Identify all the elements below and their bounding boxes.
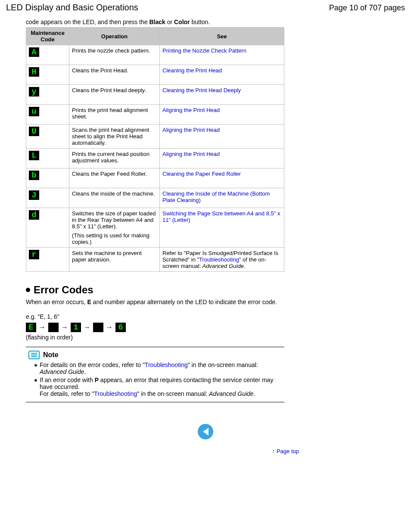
table-row: rSets the machine to prevent paper abras… <box>26 248 284 272</box>
see-cell: Cleaning the Paper Feed Roller <box>160 168 284 188</box>
note-header: Note <box>26 349 284 359</box>
code-cell: r <box>26 248 69 272</box>
led-glyph: E <box>26 323 36 332</box>
page-title: LED Display and Basic Operations <box>6 3 138 12</box>
operation-cell: Cleans the inside of the machine. <box>69 188 160 208</box>
led-glyph: A <box>29 47 39 57</box>
troubleshooting-link[interactable]: Troubleshooting <box>199 256 239 263</box>
table-row: UScans the print head alignment sheet to… <box>26 124 284 149</box>
error-sequence: E → → 1 → → 6 <box>26 323 385 332</box>
note-item: For details on the error codes, refer to… <box>34 361 284 375</box>
led-glyph: u <box>29 107 39 116</box>
arrow-icon: → <box>61 324 68 331</box>
see-link[interactable]: Aligning the Print Head <box>162 151 220 157</box>
error-codes-section: Error Codes When an error occurs, E and … <box>26 284 385 402</box>
led-blank-icon <box>93 323 103 332</box>
code-cell: u <box>26 105 69 124</box>
section-heading: Error Codes <box>26 284 385 296</box>
note-list: For details on the error codes, refer to… <box>26 359 284 397</box>
operation-cell: Prints the nozzle check pattern. <box>69 45 160 65</box>
led-glyph: L <box>29 151 39 160</box>
led-glyph: r <box>29 250 39 259</box>
led-glyph: 1 <box>71 323 81 332</box>
col-code: Maintenance Code <box>26 28 69 45</box>
table-row: dSwitches the size of paper loaded in th… <box>26 208 284 248</box>
see-cell: Aligning the Print Head <box>160 124 284 149</box>
maintenance-table: Maintenance Code Operation See APrints t… <box>26 27 284 272</box>
troubleshooting-link[interactable]: Troubleshooting <box>145 361 188 368</box>
operation-cell: Scans the print head alignment sheet to … <box>69 124 160 149</box>
intro-text: code appears on the LED, and then press … <box>26 19 385 25</box>
see-cell: Printing the Nozzle Check Pattern <box>160 45 284 65</box>
up-arrow-icon: ↑ <box>272 448 275 454</box>
operation-cell: Prints the print head alignment sheet. <box>69 105 160 124</box>
see-link[interactable]: Aligning the Print Head <box>162 127 220 133</box>
code-cell: d <box>26 208 69 248</box>
flashing-label: (flashing in order) <box>26 334 385 341</box>
see-cell: Aligning the Print Head <box>160 149 284 168</box>
note-item: If an error code with P appears, an erro… <box>34 376 284 397</box>
note-box: Note For details on the error codes, ref… <box>26 347 284 402</box>
page-counter: Page 10 of 707 pages <box>329 3 405 12</box>
operation-cell: Sets the machine to prevent paper abrasi… <box>69 248 160 272</box>
see-link[interactable]: Cleaning the Paper Feed Roller <box>162 171 241 177</box>
operation-cell: Cleans the Paper Feed Roller. <box>69 168 160 188</box>
error-example-label: e.g. "E, 1, 6" <box>26 313 385 320</box>
table-row: LPrints the current head position adjust… <box>26 149 284 168</box>
table-row: JCleans the inside of the machine.Cleani… <box>26 188 284 208</box>
see-link[interactable]: Cleaning the Print Head <box>162 67 222 74</box>
page-top-area: ↑ Page top <box>26 448 385 454</box>
code-cell: A <box>26 45 69 65</box>
see-cell: Aligning the Print Head <box>160 105 284 124</box>
operation-cell: Cleans the Print Head. <box>69 65 160 85</box>
operation-cell: Prints the current head position adjustm… <box>69 149 160 168</box>
page-header: LED Display and Basic Operations Page 10… <box>0 0 411 14</box>
see-link[interactable]: Aligning the Print Head <box>162 107 220 113</box>
table-row: HCleans the Print Head.Cleaning the Prin… <box>26 65 284 85</box>
troubleshooting-link[interactable]: Troubleshooting <box>94 390 137 397</box>
bullet-icon <box>26 288 30 292</box>
operation-cell: Switches the size of paper loaded in the… <box>69 208 160 248</box>
code-cell: b <box>26 168 69 188</box>
see-cell: Cleaning the Print Head Deeply <box>160 85 284 105</box>
led-glyph: J <box>29 190 39 200</box>
note-icon <box>28 351 40 359</box>
code-cell: H <box>26 65 69 85</box>
table-row: uPrints the print head alignment sheet.A… <box>26 105 284 124</box>
see-link[interactable]: Cleaning the Print Head Deeply <box>162 87 241 93</box>
col-see: See <box>160 28 284 45</box>
arrow-icon: → <box>39 324 46 331</box>
table-row: bCleans the Paper Feed Roller.Cleaning t… <box>26 168 284 188</box>
table-row: yCleans the Print Head deeply.Cleaning t… <box>26 85 284 105</box>
back-button[interactable] <box>198 424 213 439</box>
see-cell: Refer to "Paper Is Smudged/Printed Surfa… <box>160 248 284 272</box>
page-content: code appears on the LED, and then press … <box>0 14 411 472</box>
code-cell: U <box>26 124 69 149</box>
page-top-link[interactable]: Page top <box>277 448 299 454</box>
col-operation: Operation <box>69 28 160 45</box>
back-arrow-icon <box>203 428 209 436</box>
see-cell: Switching the Page Size between A4 and 8… <box>160 208 284 248</box>
led-glyph: 6 <box>115 323 126 332</box>
led-glyph: U <box>29 127 39 136</box>
error-desc: When an error occurs, E and number appea… <box>26 299 385 305</box>
see-cell: Cleaning the Inside of the Machine (Bott… <box>160 188 284 208</box>
code-cell: y <box>26 85 69 105</box>
table-row: APrints the nozzle check pattern.Printin… <box>26 45 284 65</box>
arrow-icon: → <box>106 324 113 331</box>
led-blank-icon <box>48 323 59 332</box>
led-glyph: y <box>29 87 39 96</box>
operation-cell: Cleans the Print Head deeply. <box>69 85 160 105</box>
led-glyph: b <box>29 171 39 180</box>
see-link[interactable]: Printing the Nozzle Check Pattern <box>162 47 246 54</box>
led-glyph: d <box>29 210 39 220</box>
code-cell: J <box>26 188 69 208</box>
see-cell: Cleaning the Print Head <box>160 65 284 85</box>
led-glyph: H <box>29 67 39 77</box>
see-link[interactable]: Switching the Page Size between A4 and 8… <box>162 210 280 223</box>
see-link[interactable]: Cleaning the Inside of the Machine (Bott… <box>162 190 270 203</box>
code-cell: L <box>26 149 69 168</box>
arrow-icon: → <box>84 324 90 331</box>
